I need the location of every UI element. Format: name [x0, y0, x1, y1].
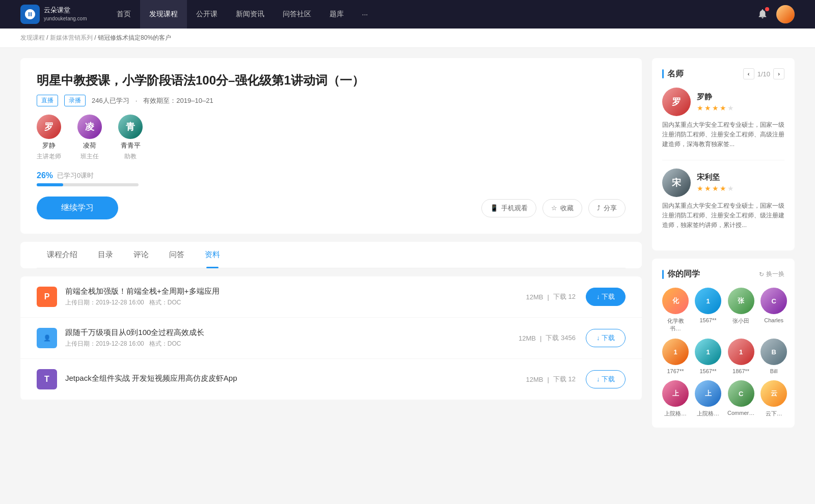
teacher-1-name: 罗静	[42, 141, 56, 150]
share-icon: ⤴	[597, 204, 601, 212]
resource-stats-2: 12MB | 下载 3456	[519, 333, 576, 343]
classmate-avatar-3[interactable]: 张	[728, 288, 754, 314]
favorite-button[interactable]: ☆ 收藏	[542, 199, 582, 217]
classmate-5: 1 1767**	[662, 339, 689, 374]
classmate-name-1: 化学教书…	[662, 317, 689, 332]
download-button-2[interactable]: ↓ 下载	[586, 329, 626, 347]
teacher-1-avatar: 罗	[37, 115, 61, 139]
breadcrumb-discover[interactable]: 发现课程	[20, 34, 45, 41]
nav-news[interactable]: 新闻资讯	[227, 0, 274, 29]
resource-name-3: Jetpack全组件实战 开发短视频应用高仿皮皮虾App	[65, 374, 526, 383]
classmate-avatar-10[interactable]: 上	[695, 380, 721, 407]
classmate-name-6: 1567**	[699, 368, 716, 374]
refresh-label: 换一换	[766, 270, 784, 278]
resource-name-2: 跟随千万级项目从0到100全过程高效成长	[65, 328, 519, 338]
main-content: 明星中教授课，小学阶段语法100分–强化级第1讲动词（一） 直播 录播 246人…	[0, 48, 815, 446]
tab-intro[interactable]: 课程介绍	[37, 242, 88, 268]
breadcrumb-current: 销冠修炼术搞定80%的客户	[98, 34, 171, 41]
tab-qa[interactable]: 问答	[159, 242, 195, 268]
notification-bell[interactable]	[757, 8, 768, 21]
classmate-avatar-4[interactable]: C	[760, 288, 787, 314]
teachers-panel: 名师 ‹ 1/10 › 罗 罗静 ★ ★ ★ ★	[652, 58, 795, 250]
nav-home[interactable]: 首页	[107, 0, 140, 29]
classmates-grid: 化 化学教书… 1 1567** 张 张小田 C Charles 1 17	[662, 288, 784, 417]
resource-info-1: 前端全栈加强版！前端全栈+全周期+多端应用 上传日期：2019-12-28 16…	[65, 287, 526, 307]
tab-toc[interactable]: 目录	[88, 242, 123, 268]
teacher-panel-name-1: 罗静	[697, 92, 734, 102]
teacher-panel-item-2: 宋 宋利坚 ★ ★ ★ ★ ★ 国内某重点大学安全工程专业硕士，国家一级注册消防…	[662, 169, 784, 231]
classmate-name-11: Commer…	[727, 410, 754, 416]
mobile-watch-button[interactable]: 📱 手机观看	[481, 199, 536, 217]
teacher-panel-avatar-1: 罗	[662, 88, 691, 116]
classmate-avatar-7[interactable]: 1	[728, 339, 754, 365]
resource-icon-3: T	[37, 369, 57, 389]
classmate-avatar-5[interactable]: 1	[662, 339, 689, 365]
classmate-avatar-8[interactable]: B	[760, 339, 787, 365]
classmate-6: 1 1567**	[695, 339, 721, 374]
classmate-avatar-9[interactable]: 上	[662, 380, 689, 407]
classmate-3: 张 张小田	[727, 288, 754, 332]
classmate-1: 化 化学教书…	[662, 288, 689, 332]
right-panel: 名师 ‹ 1/10 › 罗 罗静 ★ ★ ★ ★	[652, 58, 795, 436]
resource-icon-2: 👤	[37, 328, 57, 348]
tabs: 课程介绍 目录 评论 问答 资料	[37, 242, 626, 268]
resource-item-3: T Jetpack全组件实战 开发短视频应用高仿皮皮虾App 12MB | 下载…	[20, 359, 642, 400]
download-button-1[interactable]: ↓ 下载	[586, 288, 626, 306]
continue-button[interactable]: 继续学习	[37, 197, 118, 219]
teacher-2-name: 凌荷	[83, 141, 96, 150]
nav-qa[interactable]: 问答社区	[274, 0, 320, 29]
classmate-avatar-2[interactable]: 1	[695, 288, 721, 314]
classmate-name-12: 云下…	[766, 410, 782, 417]
breadcrumb: 发现课程 / 新媒体营销系列 / 销冠修炼术搞定80%的客户	[0, 29, 815, 48]
classmate-9: 上 上院格…	[662, 380, 689, 417]
classmate-4: C Charles	[760, 288, 787, 332]
classmate-name-8: Bill	[770, 368, 778, 374]
resource-stats-1: 12MB | 下载 12	[526, 292, 575, 301]
classmate-7: 1 1867**	[727, 339, 754, 374]
teacher-panel-desc-1: 国内某重点大学安全工程专业硕士，国家一级注册消防工程师、注册安全工程师、高级注册…	[662, 120, 784, 150]
teacher-panel-desc-2: 国内某重点大学安全工程专业硕士，国家一级注册消防工程师、注册安全工程师、级注册建…	[662, 201, 784, 231]
nav-discover[interactable]: 发现课程	[140, 0, 187, 29]
nav-quiz[interactable]: 题库	[320, 0, 353, 29]
classmate-10: 上 上院格…	[695, 380, 721, 417]
resource-meta-2: 上传日期：2019-12-28 16:00 格式：DOC	[65, 340, 519, 348]
classmate-avatar-11[interactable]: C	[728, 380, 754, 407]
user-avatar[interactable]	[776, 5, 795, 23]
classmates-panel-header: 你的同学 ↻ 换一换	[662, 269, 784, 279]
breadcrumb-series[interactable]: 新媒体营销系列	[50, 34, 93, 41]
teachers-panel-nav: ‹ 1/10 ›	[743, 68, 784, 79]
classmate-avatar-12[interactable]: 云	[760, 380, 787, 407]
nav-right	[757, 5, 795, 23]
classmate-2: 1 1567**	[695, 288, 721, 332]
teacher-3-name: 青青平	[121, 141, 141, 150]
nav-open-course[interactable]: 公开课	[187, 0, 227, 29]
download-button-3[interactable]: ↓ 下载	[586, 370, 626, 388]
classmate-avatar-6[interactable]: 1	[695, 339, 721, 365]
progress-fill	[37, 183, 63, 186]
refresh-button[interactable]: ↻ 换一换	[759, 270, 784, 278]
classmate-name-7: 1867**	[732, 368, 749, 374]
teachers-next-button[interactable]: ›	[773, 68, 784, 79]
teachers-prev-button[interactable]: ‹	[743, 68, 754, 79]
teachers-row: 罗 罗静 主讲老师 凌 凌荷 班主任 青 青青平 助教	[37, 115, 626, 161]
share-button[interactable]: ⤴ 分享	[588, 199, 626, 217]
resource-item-1: P 前端全栈加强版！前端全栈+全周期+多端应用 上传日期：2019-12-28 …	[20, 276, 642, 318]
resource-stats-3: 12MB | 下载 12	[526, 375, 575, 384]
logo[interactable]: 云朵课堂yundouketang.com	[20, 5, 87, 24]
teacher-1: 罗 罗静 主讲老师	[37, 115, 61, 161]
tab-comments[interactable]: 评论	[123, 242, 159, 268]
classmate-name-9: 上院格…	[664, 410, 687, 417]
resource-meta-1: 上传日期：2019-12-28 16:00 格式：DOC	[65, 298, 526, 307]
refresh-icon: ↻	[759, 271, 764, 278]
valid-until: 有效期至：2019–10–21	[143, 96, 213, 105]
nav-more[interactable]: ···	[353, 0, 377, 29]
logo-label: 云朵课堂yundouketang.com	[44, 6, 87, 22]
teacher-3: 青 青青平 助教	[118, 115, 143, 161]
tab-resources[interactable]: 资料	[195, 242, 230, 268]
avatar-image	[776, 5, 795, 23]
progress-bar	[37, 183, 139, 186]
student-count: 246人已学习	[92, 96, 129, 105]
classmate-avatar-1[interactable]: 化	[662, 288, 689, 314]
mobile-watch-label: 手机观看	[501, 204, 528, 213]
teacher-panel-header-2: 宋 宋利坚 ★ ★ ★ ★ ★	[662, 169, 784, 197]
